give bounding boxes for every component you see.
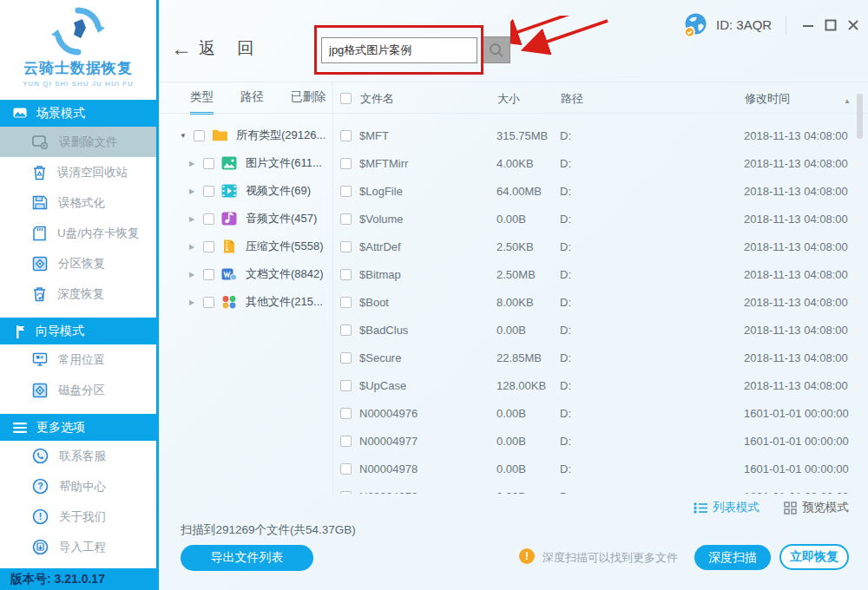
expand-caret-icon[interactable]: ▶	[189, 243, 200, 251]
row-checkbox[interactable]	[340, 186, 352, 197]
col-header-size[interactable]: 大小	[497, 91, 520, 107]
table-row[interactable]: $Bitmap 2.50MB D: 2018-11-13 04:08:00	[333, 260, 868, 288]
sidebar-item-label: 分区恢复	[58, 256, 105, 272]
account-globe-icon[interactable]	[682, 11, 709, 38]
svg-text:?: ?	[37, 481, 43, 491]
deep-scan-button[interactable]: 深度扫描	[694, 545, 771, 570]
tree-item-archives[interactable]: ▶ 压缩文件(5558)	[159, 233, 332, 260]
table-scrollbar-thumb[interactable]	[857, 94, 863, 139]
row-checkbox[interactable]	[340, 130, 352, 141]
table-row[interactable]: $UpCase 128.00KB D: 2018-11-13 04:08:00	[333, 371, 868, 399]
expand-caret-icon[interactable]: ▶	[189, 215, 200, 223]
tab-deleted[interactable]: 已删除	[291, 89, 326, 112]
select-all-checkbox[interactable]	[340, 93, 352, 104]
sidebar-item-import-project[interactable]: 导入工程	[0, 532, 156, 562]
recover-now-button[interactable]: 立即恢复	[779, 544, 849, 570]
row-checkbox[interactable]	[340, 491, 352, 495]
list-mode-toggle[interactable]: 列表模式	[694, 500, 760, 515]
table-row[interactable]: $BadClus 0.00B D: 2018-11-13 04:08:00	[333, 316, 868, 344]
table-row[interactable]: $MFT 315.75MB D: 2018-11-13 04:08:00	[333, 121, 868, 149]
tree-item-images[interactable]: ▶ 图片文件(611...	[159, 149, 332, 177]
back-button[interactable]: 返 回	[171, 36, 262, 61]
row-checkbox[interactable]	[340, 408, 352, 419]
sidebar-item-disk-partitions[interactable]: 磁盘分区	[0, 375, 156, 405]
search-button[interactable]	[483, 36, 510, 63]
col-header-modified[interactable]: 修改时间	[745, 91, 790, 107]
close-button[interactable]	[842, 14, 865, 36]
row-checkbox[interactable]	[340, 436, 352, 447]
tree-checkbox[interactable]	[203, 186, 214, 197]
row-checkbox[interactable]	[340, 380, 352, 391]
section-label: 场景模式	[36, 106, 85, 121]
row-checkbox[interactable]	[340, 297, 352, 308]
row-checkbox[interactable]	[340, 463, 352, 475]
app-window: 云骑士数据恢复 YUN QI SHI SHU JU HUI FU 场景模式 误删…	[0, 0, 868, 590]
expand-caret-icon[interactable]: ▶	[189, 271, 200, 279]
table-row[interactable]: $Boot 8.00KB D: 2018-11-13 04:08:00	[333, 288, 868, 316]
row-checkbox[interactable]	[340, 269, 352, 280]
table-row[interactable]: N00004976 0.00B D: 1601-01-01 00:00:00	[333, 399, 868, 427]
tree-checkbox[interactable]	[203, 241, 214, 252]
row-checkbox[interactable]	[340, 352, 352, 364]
cell-filename: N00004977	[359, 435, 496, 448]
tree-item-other[interactable]: ▶ 其他文件(215...	[159, 288, 332, 316]
sidebar-item-label: 误清空回收站	[57, 165, 128, 180]
col-header-path[interactable]: 路径	[561, 91, 583, 107]
tree-checkbox[interactable]	[203, 158, 214, 169]
cell-filename: $Boot	[359, 296, 496, 309]
table-row[interactable]: N00004977 0.00B D: 1601-01-01 00:00:00	[333, 427, 868, 455]
table-row[interactable]: $AttrDef 2.50KB D: 2018-11-13 04:08:00	[333, 233, 868, 260]
cell-path: D:	[560, 379, 744, 392]
cell-size: 0.00B	[496, 462, 560, 475]
sidebar-item-common-locations[interactable]: 常用位置	[0, 344, 156, 375]
expand-caret-icon[interactable]: ▶	[189, 298, 200, 306]
sidebar-item-about-us[interactable]: ! 关于我们	[0, 502, 156, 532]
export-file-list-button[interactable]: 导出文件列表	[181, 545, 313, 571]
expand-caret-icon[interactable]: ▶	[189, 187, 200, 195]
table-row[interactable]: N00004979 0.00B D: 1601-01-01 00:00:00	[333, 482, 868, 494]
sidebar-item-label: 导入工程	[59, 540, 106, 555]
sidebar-item-deep-recovery[interactable]: 深度恢复	[0, 279, 156, 309]
row-checkbox[interactable]	[340, 158, 352, 169]
sidebar-item-recycle-bin[interactable]: 误清空回收站	[0, 157, 156, 187]
tree-checkbox[interactable]	[203, 269, 214, 280]
collapse-caret-icon[interactable]: ▼	[180, 132, 190, 140]
back-label: 返 回	[199, 37, 262, 60]
table-row[interactable]: $Volume 0.00B D: 2018-11-13 04:08:00	[333, 205, 868, 233]
row-checkbox[interactable]	[340, 324, 352, 336]
sidebar-item-usb-sd-recovery[interactable]: U盘/内存卡恢复	[0, 218, 156, 248]
sidebar-item-deleted-files[interactable]: 误删除文件	[0, 127, 156, 157]
table-row[interactable]: $Secure 22.85MB D: 2018-11-13 04:08:00	[333, 344, 868, 371]
tree-item-documents[interactable]: ▶ 文档文件(8842)	[159, 260, 332, 288]
cell-size: 0.00B	[496, 407, 560, 420]
maximize-button[interactable]	[819, 14, 842, 36]
expand-caret-icon[interactable]: ▶	[189, 160, 200, 167]
table-row[interactable]: $MFTMirr 4.00KB D: 2018-11-13 04:08:00	[333, 149, 868, 177]
sidebar-item-formatted[interactable]: 误格式化	[0, 187, 156, 218]
cell-path: D:	[560, 129, 744, 142]
sidebar-item-partition-recovery[interactable]: 分区恢复	[0, 248, 156, 279]
tab-path[interactable]: 路径	[240, 89, 264, 112]
section-label: 向导模式	[36, 324, 84, 339]
tree-checkbox[interactable]	[203, 213, 214, 225]
tree-checkbox[interactable]	[203, 297, 214, 308]
sort-asc-icon[interactable]	[844, 93, 851, 106]
section-wizard-mode: 向导模式	[0, 318, 156, 344]
sidebar-item-help-center[interactable]: ? 帮助中心	[0, 471, 156, 502]
sidebar-item-contact-support[interactable]: 联系客服	[0, 441, 156, 471]
tree-item-all-types[interactable]: ▼ 所有类型(29126...	[159, 121, 332, 149]
tab-type[interactable]: 类型	[190, 89, 214, 115]
preview-mode-toggle[interactable]: 预览模式	[784, 500, 849, 515]
col-header-filename[interactable]: 文件名	[360, 91, 394, 107]
row-checkbox[interactable]	[340, 213, 352, 225]
cell-path: D:	[560, 185, 744, 198]
table-row[interactable]: $LogFile 64.00MB D: 2018-11-13 04:08:00	[333, 177, 868, 205]
minimize-button[interactable]	[797, 14, 819, 36]
tree-item-label: 其他文件(215...	[246, 294, 323, 310]
cell-size: 2.50MB	[496, 268, 560, 281]
tree-checkbox[interactable]	[194, 130, 205, 141]
tree-item-audio[interactable]: ▶ 音频文件(457)	[159, 205, 332, 233]
row-checkbox[interactable]	[340, 241, 352, 252]
tree-item-videos[interactable]: ▶ 视频文件(69)	[159, 177, 332, 205]
table-row[interactable]: N00004978 0.00B D: 1601-01-01 00:00:00	[333, 455, 868, 482]
